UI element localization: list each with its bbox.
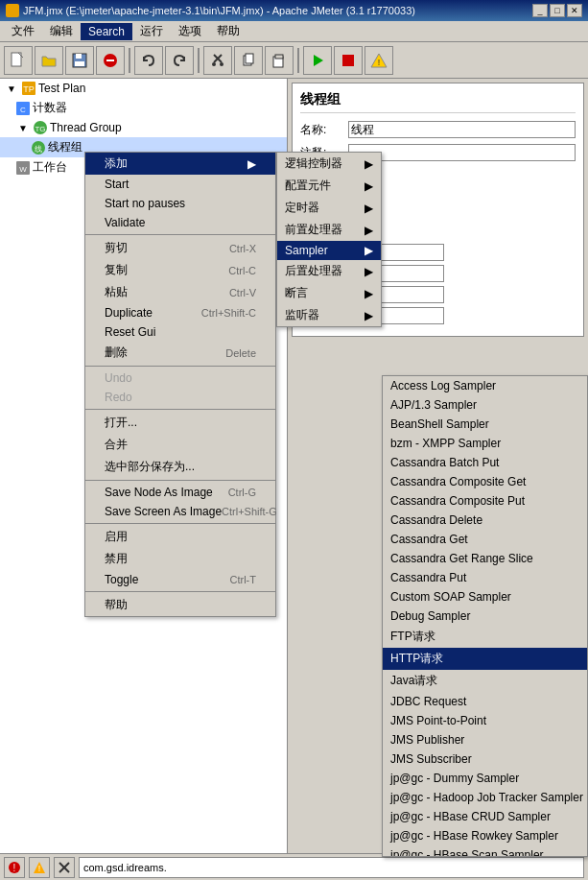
ctx-start[interactable]: Start [85,175,275,194]
window-controls: _ □ ✕ [532,4,582,17]
delete-button[interactable] [96,46,125,75]
threadgroup-expand-icon: ▼ [15,120,31,135]
sampler-jms-publisher[interactable]: JMS Publisher [383,730,587,749]
ctx-enable[interactable]: 启用 [85,526,275,548]
sub1-post-processor[interactable]: 后置处理器 ▶ [277,260,381,282]
xianchen-label: 线程组 [48,139,82,155]
ctx-add-label: 添加 [105,155,128,172]
sampler-list: Access Log Sampler AJP/1.3 Sampler BeanS… [383,376,587,856]
sampler-custom-soap[interactable]: Custom SOAP Sampler [383,587,587,606]
comment-input[interactable] [348,144,576,161]
sub1-timer[interactable]: 定时器 ▶ [277,197,381,219]
sampler-ftp[interactable]: FTP请求 [383,626,587,648]
stop-button[interactable] [334,46,363,75]
ctx-copy[interactable]: 复制 Ctrl-C [85,259,275,281]
status-clear-button[interactable] [54,857,75,878]
sub1-config-label: 配置元件 [285,178,331,194]
ctx-add[interactable]: 添加 ▶ [85,153,275,175]
counter-label: 计数器 [33,100,67,116]
ctx-disable[interactable]: 禁用 [85,548,275,570]
minimize-button[interactable]: _ [532,4,548,17]
sampler-cassandra-composite-get[interactable]: Cassandra Composite Get [383,472,587,491]
sampler-jpgc-hadoop[interactable]: jp@gc - Hadoop Job Tracker Sampler [383,788,587,807]
sampler-jpgc-dummy[interactable]: jp@gc - Dummy Sampler [383,769,587,788]
ctx-redo: Redo [85,388,275,407]
save-button[interactable] [65,46,94,75]
sampler-cassandra-get[interactable]: Cassandra Get [383,530,587,549]
ctx-paste[interactable]: 粘贴 Ctrl-V [85,281,275,303]
status-icon-2[interactable]: ! [29,857,50,878]
tree-item-testplan[interactable]: ▼ TP Test Plan [0,79,287,98]
sub1-assertion-arrow: ▶ [365,287,373,300]
sub1-logic-arrow: ▶ [365,157,373,171]
menu-edit[interactable]: 编辑 [42,21,81,41]
warning-button[interactable]: ! [365,46,393,75]
cut-button[interactable] [203,46,232,75]
sampler-debug[interactable]: Debug Sampler [383,606,587,626]
new-button[interactable] [4,46,33,75]
paste-button[interactable] [265,46,294,75]
ctx-merge-label: 合并 [105,437,128,453]
status-icon-1[interactable]: ! [4,857,25,878]
menu-help[interactable]: 帮助 [209,21,247,41]
redo-button[interactable] [165,46,194,75]
sampler-cassandra-batch-put[interactable]: Cassandra Batch Put [383,453,587,472]
ctx-merge[interactable]: 合并 [85,434,275,456]
sub1-config-element[interactable]: 配置元件 ▶ [277,175,381,197]
tree-item-counter[interactable]: C 计数器 [0,98,287,118]
sub1-assertion[interactable]: 断言 ▶ [277,282,381,304]
ctx-reset-gui[interactable]: Reset Gui [85,322,275,342]
close-button[interactable]: ✕ [567,4,582,17]
sampler-jpgc-hbase-crud[interactable]: jp@gc - HBase CRUD Sampler [383,807,587,826]
sampler-jms-subscriber[interactable]: JMS Subscriber [383,749,587,769]
sampler-access-log[interactable]: Access Log Sampler [383,376,587,395]
copy-button[interactable] [234,46,263,75]
open-button[interactable] [35,46,63,75]
ctx-copy-label: 复制 [105,262,128,278]
ctx-toggle[interactable]: Toggle Ctrl-T [85,570,275,589]
sampler-jms-p2p[interactable]: JMS Point-to-Point [383,711,587,730]
menu-options[interactable]: 选项 [171,21,209,41]
tree-item-threadgroup[interactable]: ▼ TG Thread Group [0,118,287,137]
ctx-save-node-image[interactable]: Save Node As Image Ctrl-G [85,483,275,502]
sampler-jpgc-hbase-scan[interactable]: jp@gc - HBase Scan Sampler [383,845,587,856]
sub1-logic-controller[interactable]: 逻辑控制器 ▶ [277,153,381,175]
ctx-sep-1 [85,234,275,235]
undo-button[interactable] [134,46,163,75]
sub1-pre-label: 前置处理器 [285,222,342,238]
ctx-validate[interactable]: Validate [85,213,275,232]
menu-search[interactable]: Search [81,23,132,40]
ctx-open[interactable]: 打开... [85,412,275,434]
ctx-save-screen-image[interactable]: Save Screen As Image Ctrl+Shift-G [85,502,275,521]
name-input[interactable] [348,121,576,138]
sub1-listener-label: 监听器 [285,307,319,323]
sampler-jpgc-hbase-rowkey[interactable]: jp@gc - HBase Rowkey Sampler [383,826,587,845]
sampler-jdbc[interactable]: JDBC Request [383,692,587,711]
menu-file[interactable]: 文件 [4,21,42,41]
sub1-pre-processor[interactable]: 前置处理器 ▶ [277,219,381,241]
menu-run[interactable]: 运行 [132,21,171,41]
sampler-ajp[interactable]: AJP/1.3 Sampler [383,395,587,415]
sampler-bzm-xmpp[interactable]: bzm - XMPP Sampler [383,434,587,453]
ctx-start-no-pauses[interactable]: Start no pauses [85,194,275,213]
ctx-duplicate-shortcut: Ctrl+Shift-C [201,307,256,319]
sampler-cassandra-delete[interactable]: Cassandra Delete [383,511,587,530]
sampler-cassandra-put[interactable]: Cassandra Put [383,568,587,587]
sampler-java[interactable]: Java请求 [383,670,587,692]
ctx-paste-shortcut: Ctrl-V [229,287,256,298]
sub1-listener[interactable]: 监听器 ▶ [277,304,381,326]
ctx-cut[interactable]: 剪切 Ctrl-X [85,237,275,259]
maximize-button[interactable]: □ [550,4,565,17]
ctx-delete[interactable]: 删除 Delete [85,342,275,364]
sampler-beanshell[interactable]: BeanShell Sampler [383,415,587,434]
ctx-save-selected[interactable]: 选中部分保存为... [85,456,275,478]
context-menu: 添加 ▶ Start Start no pauses Validate 剪切 C… [84,152,276,617]
sub1-sampler[interactable]: Sampler ▶ [277,241,381,260]
sampler-cassandra-get-range-slice[interactable]: Cassandra Get Range Slice [383,549,587,568]
sampler-http[interactable]: HTTP请求 [383,648,587,670]
sampler-cassandra-composite-put[interactable]: Cassandra Composite Put [383,491,587,511]
ctx-duplicate[interactable]: Duplicate Ctrl+Shift-C [85,303,275,322]
ctx-add-arrow: ▶ [247,157,256,171]
ctx-helpitem[interactable]: 帮助 [85,594,275,616]
expand-button[interactable] [303,46,332,75]
